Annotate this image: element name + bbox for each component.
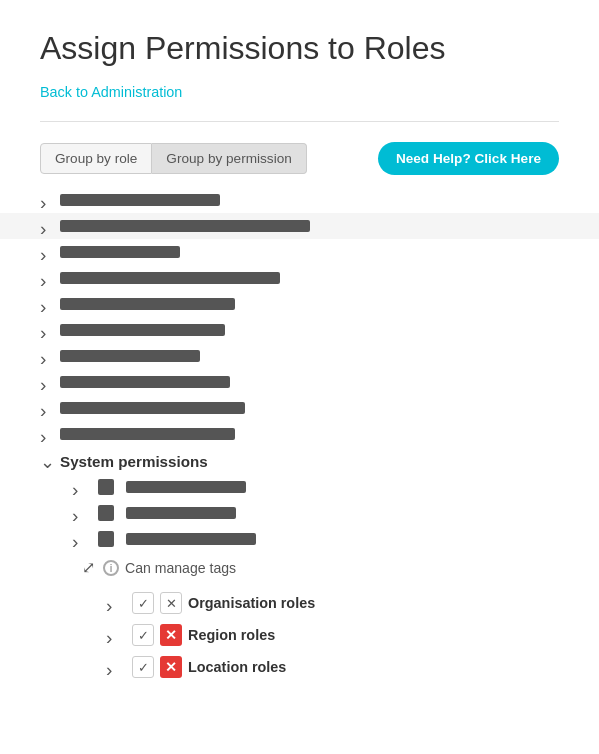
redacted-content (60, 324, 225, 336)
list-item (40, 395, 559, 421)
role-row-organisation: ✕ Organisation roles (106, 587, 559, 619)
check-box-organisation[interactable] (132, 592, 154, 614)
page-container: Assign Permissions to Roles Back to Admi… (0, 0, 599, 713)
page-title: Assign Permissions to Roles (40, 30, 559, 67)
redacted-content (126, 533, 256, 545)
back-link[interactable]: Back to Administration (40, 84, 182, 100)
redacted-content (60, 220, 310, 232)
redacted-square (98, 505, 114, 521)
chevron-right-icon[interactable] (40, 271, 54, 285)
list-item (40, 187, 559, 213)
redacted-content (126, 507, 236, 519)
chevron-right-icon[interactable] (40, 219, 54, 233)
list-item (40, 421, 559, 447)
redacted-content (60, 428, 235, 440)
list-item (40, 239, 559, 265)
redacted-content (60, 246, 180, 258)
chevron-right-icon[interactable] (40, 375, 54, 389)
check-box-location[interactable] (132, 656, 154, 678)
group-buttons: Group by role Group by permission (40, 143, 307, 174)
organisation-roles-label: Organisation roles (188, 595, 315, 611)
sub-list-item (68, 474, 559, 500)
chevron-right-icon[interactable] (40, 427, 54, 441)
chevron-right-icon[interactable] (40, 245, 54, 259)
chevron-right-icon[interactable] (40, 297, 54, 311)
list-item (40, 369, 559, 395)
group-by-role-button[interactable]: Group by role (40, 143, 152, 174)
chevron-right-icon[interactable] (72, 532, 86, 546)
info-icon: i (103, 560, 119, 576)
help-button[interactable]: Need Help? Click Here (378, 142, 559, 175)
role-row-region: ✕ Region roles (106, 619, 559, 651)
system-permissions-sub-list: ⤢ i Can manage tags ✕ Organisation roles (68, 474, 559, 683)
region-roles-label: Region roles (188, 627, 275, 643)
redacted-content (60, 272, 280, 284)
role-rows: ✕ Organisation roles ✕ Region roles ✕ Lo… (106, 587, 559, 683)
info-text: Can manage tags (125, 560, 236, 576)
chevron-right-icon[interactable] (106, 660, 120, 674)
sub-list-item (68, 500, 559, 526)
location-roles-label: Location roles (188, 659, 286, 675)
redacted-square (98, 479, 114, 495)
toolbar: Group by role Group by permission Need H… (40, 142, 559, 175)
role-row-location: ✕ Location roles (106, 651, 559, 683)
redacted-content (60, 402, 245, 414)
x-box-red-region[interactable]: ✕ (160, 624, 182, 646)
divider (40, 121, 559, 122)
list-item (40, 291, 559, 317)
expand-icon[interactable]: ⤢ (82, 558, 95, 577)
chevron-right-icon[interactable] (106, 596, 120, 610)
list-item (0, 213, 599, 239)
chevron-right-icon[interactable] (72, 506, 86, 520)
check-box-region[interactable] (132, 624, 154, 646)
list-item (40, 265, 559, 291)
list-area: System permissions ⤢ i Can (40, 187, 559, 683)
redacted-content (126, 481, 246, 493)
list-item (40, 343, 559, 369)
chevron-right-icon[interactable] (40, 193, 54, 207)
redacted-content (60, 194, 220, 206)
x-box-red-location[interactable]: ✕ (160, 656, 182, 678)
chevron-right-icon[interactable] (72, 480, 86, 494)
redacted-content (60, 376, 230, 388)
sub-list-item (68, 526, 559, 552)
redacted-square (98, 531, 114, 547)
list-item (40, 317, 559, 343)
system-permissions-row: System permissions (40, 447, 559, 474)
redacted-content (60, 298, 235, 310)
system-permissions-label: System permissions (60, 453, 208, 470)
redacted-content (60, 350, 200, 362)
x-box-organisation[interactable]: ✕ (160, 592, 182, 614)
chevron-right-icon[interactable] (40, 401, 54, 415)
info-row: ⤢ i Can manage tags (78, 552, 559, 583)
chevron-right-icon[interactable] (106, 628, 120, 642)
group-by-permission-button[interactable]: Group by permission (152, 143, 306, 174)
chevron-right-icon[interactable] (40, 349, 54, 363)
chevron-right-icon[interactable] (40, 323, 54, 337)
chevron-down-icon[interactable] (40, 455, 54, 469)
